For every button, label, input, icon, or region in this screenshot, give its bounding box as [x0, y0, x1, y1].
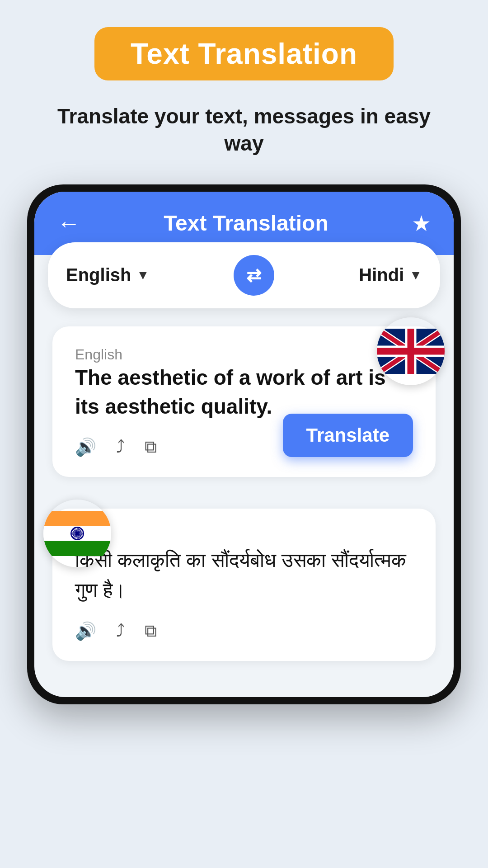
target-language-label: Hindi — [359, 265, 404, 285]
source-language-dropdown-icon: ▼ — [136, 268, 149, 283]
target-card-text: किसी कलाकृति का सौंदर्यबोध उसका सौंदर्या… — [75, 545, 413, 605]
source-copy-button[interactable]: ⧉ — [145, 437, 157, 457]
back-button[interactable]: ← — [57, 210, 80, 237]
app-title: Text Translation — [164, 211, 328, 236]
subtitle: Translate your text, messages in easy wa… — [18, 103, 470, 157]
phone-frame: ← Text Translation ★ English ▼ ⇄ Hindi ▼ — [27, 184, 461, 705]
svg-rect-2 — [43, 511, 111, 526]
target-language-dropdown-icon: ▼ — [409, 268, 422, 283]
language-switcher-row: English ▼ ⇄ Hindi ▼ — [48, 242, 440, 308]
title-badge: Text Translation — [94, 27, 394, 80]
translate-button[interactable]: Translate — [283, 414, 413, 457]
title-badge-text: Text Translation — [131, 38, 357, 70]
target-language-selector[interactable]: Hindi ▼ — [359, 265, 422, 285]
source-card: English The aesthetic of a work of art i… — [52, 326, 436, 477]
source-language-selector[interactable]: English ▼ — [66, 265, 149, 285]
uk-flag-icon — [377, 317, 445, 385]
source-share-button[interactable]: ⤴ — [116, 438, 125, 457]
target-share-button[interactable]: ⤴ — [116, 622, 125, 641]
target-copy-button[interactable]: ⧉ — [145, 621, 157, 641]
source-card-text: The aesthetic of a work of art is its ae… — [75, 363, 413, 421]
swap-languages-button[interactable]: ⇄ — [234, 255, 274, 296]
content-area: English The aesthetic of a work of art i… — [34, 308, 454, 698]
source-card-lang-label: English — [75, 346, 122, 363]
source-sound-button[interactable]: 🔊 — [75, 437, 96, 457]
swap-icon: ⇄ — [246, 265, 262, 286]
target-card: Hindi किसी कलाकृति का सौंदर्यबोध उसका सौ… — [52, 509, 436, 661]
favorites-button[interactable]: ★ — [412, 211, 431, 236]
source-language-label: English — [66, 265, 131, 285]
target-sound-button[interactable]: 🔊 — [75, 621, 96, 641]
phone-wrapper: ← Text Translation ★ English ▼ ⇄ Hindi ▼ — [27, 184, 461, 705]
svg-rect-3 — [43, 541, 111, 556]
india-flag-icon — [43, 500, 111, 567]
phone-screen: ← Text Translation ★ English ▼ ⇄ Hindi ▼ — [34, 192, 454, 698]
target-card-actions: 🔊 ⤴ ⧉ — [75, 621, 413, 641]
